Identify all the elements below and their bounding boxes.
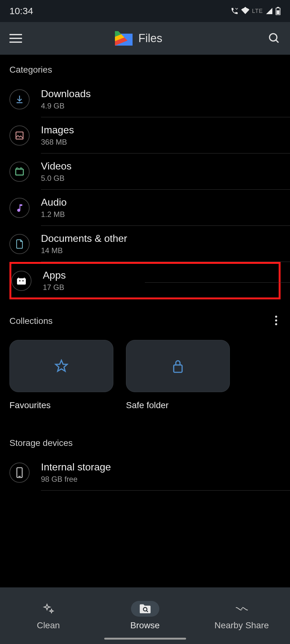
category-title: Documents & other (41, 233, 127, 244)
svg-point-13 (22, 280, 24, 281)
collections-grid: Favourites Safe folder (0, 337, 290, 410)
collections-more-button[interactable] (272, 312, 281, 330)
network-type: LTE (252, 8, 263, 14)
image-icon (9, 125, 30, 146)
storage-sub: 98 GB free (41, 475, 111, 484)
svg-point-18 (275, 323, 277, 325)
svg-line-8 (276, 40, 278, 42)
category-title: Images (41, 124, 74, 136)
svg-rect-2 (277, 10, 280, 14)
svg-point-17 (275, 319, 277, 322)
category-audio[interactable]: Audio 1.2 MB (0, 190, 290, 226)
categories-label: Categories (0, 55, 290, 81)
category-documents[interactable]: Documents & other 14 MB (0, 226, 290, 262)
audio-icon (9, 198, 30, 218)
app-title-group: Files (9, 31, 268, 46)
lock-icon (172, 358, 184, 374)
category-title: Audio (41, 197, 67, 208)
svg-point-12 (19, 280, 20, 281)
signal-icon (265, 7, 273, 15)
svg-point-16 (275, 316, 277, 318)
category-size: 368 MB (41, 138, 74, 147)
category-images[interactable]: Images 368 MB (0, 117, 290, 153)
svg-point-7 (270, 34, 277, 41)
safe-folder-tile[interactable] (126, 340, 230, 392)
sparkle-icon (43, 603, 54, 615)
category-apps[interactable]: Apps 17 GB (11, 264, 279, 297)
svg-rect-10 (16, 169, 23, 175)
nav-label: Clean (37, 620, 60, 630)
category-size: 1.2 MB (41, 210, 67, 219)
favourites-label: Favourites (9, 400, 113, 410)
nav-clean[interactable]: Clean (0, 587, 97, 644)
star-icon (54, 359, 68, 373)
main-content: Categories Downloads 4.9 GB Images 368 M… (0, 55, 290, 587)
phone-icon (9, 463, 30, 483)
svg-point-25 (241, 608, 242, 609)
svg-rect-9 (16, 132, 23, 139)
status-bar: 10:34 LTE (0, 0, 290, 22)
bottom-nav: Clean Browse Nearby Share (0, 587, 290, 644)
svg-rect-1 (277, 7, 279, 8)
app-title: Files (138, 32, 162, 45)
nav-label: Browse (130, 620, 160, 630)
internal-storage[interactable]: Internal storage 98 GB free (0, 454, 290, 491)
nav-browse[interactable]: Browse (97, 587, 193, 644)
nearby-share-icon (235, 605, 249, 613)
category-videos[interactable]: Videos 5.0 GB (0, 153, 290, 190)
home-indicator[interactable] (104, 638, 186, 640)
search-icon (268, 32, 281, 45)
more-vert-icon (275, 315, 277, 325)
status-icons: LTE (230, 7, 281, 15)
search-button[interactable] (268, 32, 281, 45)
category-size: 5.0 GB (41, 174, 71, 183)
apps-highlight: Apps 17 GB (9, 262, 281, 299)
wifi-icon (241, 7, 249, 15)
nav-nearby[interactable]: Nearby Share (193, 587, 290, 644)
category-size: 17 GB (43, 283, 66, 292)
category-title: Downloads (41, 88, 91, 100)
wifi-calling-icon (230, 7, 239, 15)
svg-marker-19 (56, 360, 67, 371)
nav-label: Nearby Share (214, 620, 269, 630)
collections-header: Collections (0, 300, 290, 337)
storage-title: Internal storage (41, 461, 111, 473)
storage-label: Storage devices (0, 428, 290, 454)
apps-icon (11, 271, 31, 291)
folder-search-icon (139, 603, 151, 614)
category-title: Videos (41, 160, 71, 172)
files-app-icon (115, 31, 133, 46)
favourites-tile[interactable] (9, 340, 113, 392)
category-downloads[interactable]: Downloads 4.9 GB (0, 81, 290, 117)
download-icon (9, 89, 30, 109)
video-icon (9, 162, 30, 182)
app-bar: Files (0, 22, 290, 55)
document-icon (9, 234, 30, 254)
category-size: 14 MB (41, 246, 127, 255)
category-title: Apps (43, 269, 66, 281)
safe-folder-label: Safe folder (126, 400, 230, 410)
favourites-card: Favourites (9, 340, 113, 410)
svg-rect-20 (174, 365, 182, 372)
battery-icon (276, 7, 281, 15)
category-size: 4.9 GB (41, 102, 91, 110)
status-time: 10:34 (9, 6, 33, 16)
safe-folder-card: Safe folder (126, 340, 230, 410)
svg-rect-11 (17, 278, 26, 285)
collections-label: Collections (9, 316, 53, 326)
